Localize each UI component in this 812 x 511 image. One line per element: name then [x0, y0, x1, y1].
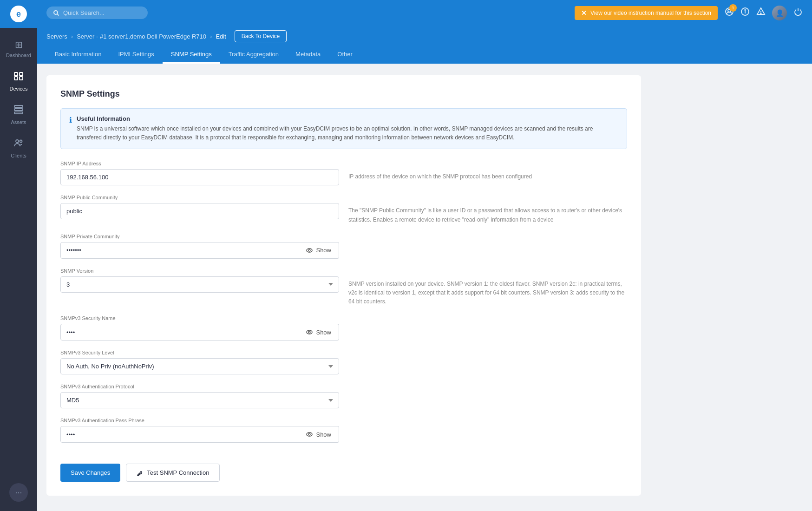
svg-rect-3: [20, 77, 23, 80]
snmpv3-auth-protocol-hint: [348, 384, 627, 395]
alert-icon[interactable]: [756, 7, 766, 19]
user-circle-icon[interactable]: 1: [725, 7, 734, 19]
sidebar-logo[interactable]: e: [0, 0, 37, 28]
show-label: Show: [316, 431, 331, 438]
snmp-version-label: SNMP Version: [60, 268, 339, 274]
snmp-public-label: SNMP Public Community: [60, 195, 339, 200]
svg-rect-5: [14, 109, 23, 111]
snmp-private-hint: [348, 234, 627, 245]
snmpv3-security-name-input-group: Show: [60, 324, 339, 341]
snmp-ip-input[interactable]: [60, 169, 339, 185]
snmp-private-input[interactable]: [60, 242, 298, 259]
tab-snmp-settings[interactable]: SNMP Settings: [163, 47, 220, 64]
main-content: ✕ View our video instruction manual for …: [37, 0, 812, 511]
sidebar-item-assets[interactable]: Assets: [0, 98, 37, 131]
svg-point-18: [308, 249, 310, 251]
test-snmp-label: Test SNMP Connection: [147, 469, 209, 476]
sidebar-item-label: Dashboard: [6, 52, 31, 58]
tab-basic-information[interactable]: Basic Information: [46, 47, 110, 64]
snmp-private-show-button[interactable]: Show: [298, 242, 339, 259]
snmpv3-auth-pass-section: SNMPv3 Authentication Pass Phrase Show: [60, 418, 627, 443]
sidebar-item-devices[interactable]: Devices: [0, 65, 37, 98]
power-icon[interactable]: [793, 7, 803, 19]
tab-other[interactable]: Other: [329, 47, 361, 64]
snmpv3-auth-pass-left: SNMPv3 Authentication Pass Phrase Show: [60, 418, 339, 443]
svg-point-17: [307, 249, 312, 252]
snmpv3-auth-pass-label: SNMPv3 Authentication Pass Phrase: [60, 418, 339, 423]
sidebar-nav: ⊞ Dashboard Devices Assets Clients: [0, 33, 37, 165]
search-input[interactable]: [63, 9, 141, 16]
sidebar-item-clients[interactable]: Clients: [0, 131, 37, 165]
snmpv3-security-name-input[interactable]: [60, 324, 298, 341]
sidebar-item-label: Clients: [11, 153, 26, 158]
svg-rect-0: [14, 72, 18, 76]
devices-icon: [13, 71, 24, 84]
snmpv3-security-name-section: SNMPv3 Security Name Show: [60, 315, 627, 341]
snmpv3-security-level-label: SNMPv3 Security Level: [60, 350, 339, 355]
sidebar-item-label: Assets: [11, 119, 26, 125]
svg-point-20: [308, 331, 310, 333]
snmpv3-auth-protocol-left: SNMPv3 Authentication Protocol MD5 SHA: [60, 384, 339, 408]
svg-point-14: [745, 10, 746, 11]
snmpv3-security-name-show-button[interactable]: Show: [298, 324, 339, 341]
snmp-public-left: SNMP Public Community: [60, 195, 339, 219]
svg-point-16: [760, 13, 761, 14]
snmpv3-security-level-section: SNMPv3 Security Level No Auth, No Priv (…: [60, 350, 627, 374]
breadcrumb-sep-2: ›: [210, 33, 212, 40]
svg-rect-6: [14, 112, 23, 114]
notification-badge: 1: [729, 4, 737, 12]
sidebar-item-label: Devices: [9, 86, 27, 92]
back-to-device-button[interactable]: Back To Device: [235, 30, 287, 42]
clients-icon: [13, 138, 24, 151]
snmp-public-input[interactable]: [60, 203, 339, 219]
info-box-text: SNMP is a universal software which once …: [77, 124, 618, 142]
snmp-version-select[interactable]: 1 2c 3: [60, 276, 339, 293]
assets-icon: [13, 105, 24, 117]
snmpv3-security-name-hint: [348, 315, 627, 327]
snmp-settings-card: SNMP Settings ℹ Useful Information SNMP …: [46, 75, 641, 496]
sidebar-more-button[interactable]: ···: [9, 483, 28, 502]
page-title: SNMP Settings: [60, 89, 627, 99]
logo-letter: e: [16, 9, 21, 19]
svg-point-22: [308, 433, 310, 435]
tab-ipmi-settings[interactable]: IPMI Settings: [110, 47, 162, 64]
tab-nav: Basic Information IPMI Settings SNMP Set…: [37, 42, 812, 64]
tab-metadata[interactable]: Metadata: [287, 47, 329, 64]
more-icon: ···: [15, 488, 22, 498]
breadcrumb-sep-1: ›: [71, 33, 73, 40]
eye-icon: [306, 431, 313, 438]
breadcrumb-server-name[interactable]: Server - #1 server1.demo Dell PowerEdge …: [77, 33, 206, 40]
sidebar-item-dashboard[interactable]: ⊞ Dashboard: [0, 33, 37, 65]
snmp-ip-left: SNMP IP Address: [60, 161, 339, 185]
avatar[interactable]: 👤: [772, 6, 787, 20]
breadcrumb-servers[interactable]: Servers: [46, 33, 67, 40]
eye-icon: [306, 328, 313, 336]
eye-icon: [306, 247, 313, 254]
page-content: SNMP Settings ℹ Useful Information SNMP …: [37, 64, 812, 511]
svg-rect-2: [14, 77, 18, 80]
avatar-placeholder: 👤: [772, 6, 787, 20]
topbar: ✕ View our video instruction manual for …: [37, 0, 812, 26]
search-bar[interactable]: [46, 7, 148, 19]
test-snmp-button[interactable]: Test SNMP Connection: [126, 464, 220, 482]
tab-traffic-aggregation[interactable]: Traffic Aggregation: [220, 47, 287, 64]
save-changes-button[interactable]: Save Changes: [60, 464, 120, 482]
svg-rect-4: [14, 105, 23, 107]
info-icon[interactable]: [740, 7, 750, 19]
snmpv3-security-level-select[interactable]: No Auth, No Priv (noAuthNoPriv) Auth, No…: [60, 358, 339, 374]
close-x-icon[interactable]: ✕: [581, 9, 587, 17]
snmp-public-section: SNMP Public Community The "SNMP Public C…: [60, 195, 627, 224]
video-banner[interactable]: ✕ View our video instruction manual for …: [575, 6, 718, 20]
snmpv3-auth-pass-input[interactable]: [60, 426, 298, 443]
snmpv3-auth-protocol-select[interactable]: MD5 SHA: [60, 392, 339, 408]
snmpv3-auth-pass-show-button[interactable]: Show: [298, 426, 339, 443]
footer-buttons: Save Changes Test SNMP Connection: [60, 457, 627, 482]
snmp-ip-section: SNMP IP Address IP address of the device…: [60, 161, 627, 185]
breadcrumb-edit: Edit: [216, 33, 226, 40]
snmpv3-auth-protocol-label: SNMPv3 Authentication Protocol: [60, 384, 339, 389]
snmp-public-hint: The "SNMP Public Community" is like a us…: [348, 195, 627, 224]
svg-point-9: [54, 11, 58, 14]
snmp-ip-hint: IP address of the device on which the SN…: [348, 161, 627, 181]
snmpv3-auth-protocol-section: SNMPv3 Authentication Protocol MD5 SHA: [60, 384, 627, 408]
svg-point-19: [307, 330, 312, 334]
